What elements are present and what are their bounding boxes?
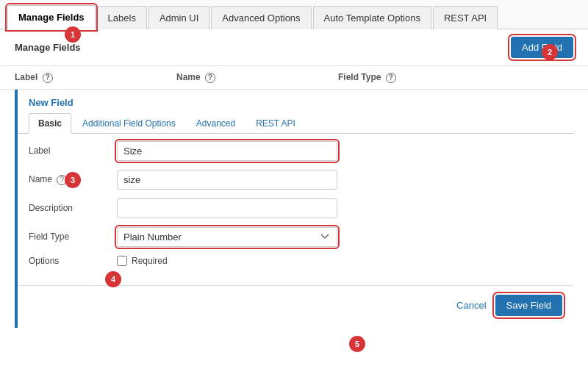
new-field-section: New Field Basic Additional Field Options… — [15, 90, 573, 328]
col-header-field-type: Field Type ? — [338, 72, 573, 83]
label-field-label: Label — [29, 146, 117, 156]
tab-auto-template-options[interactable]: Auto Template Options — [313, 6, 431, 29]
field-type-label: Field Type — [29, 231, 117, 242]
tab-manage-fields[interactable]: Manage Fields — [7, 5, 96, 29]
page-title: Manage Fields — [15, 42, 81, 53]
col-header-label: Label ? — [15, 72, 176, 83]
form-row-field-type: Field Type Plain Number Text Textarea Se… — [29, 227, 562, 247]
inner-tab-rest-api[interactable]: REST API — [246, 113, 305, 134]
new-field-label: New Field — [18, 90, 573, 112]
options-label: Options — [29, 256, 117, 266]
label-help-icon[interactable]: ? — [43, 73, 53, 83]
inner-tab-basic[interactable]: Basic — [29, 113, 71, 134]
top-tab-bar: Manage Fields Labels Admin UI Advanced O… — [0, 0, 588, 29]
add-field-button[interactable]: Add Field — [511, 37, 573, 58]
fields-table-header: Label ? Name ? Field Type ? — [0, 66, 588, 90]
name-field-label: Name ? — [29, 174, 117, 185]
tab-admin-ui[interactable]: Admin UI — [148, 6, 209, 29]
tab-advanced-options[interactable]: Advanced Options — [211, 6, 311, 29]
form-body: Label Name ? Description Field Type — [18, 134, 573, 282]
annotation-5: 5 — [349, 336, 365, 352]
name-help-icon[interactable]: ? — [205, 73, 215, 83]
description-field-input[interactable] — [117, 198, 337, 218]
required-checkbox-label: Required — [117, 256, 168, 266]
description-field-label: Description — [29, 203, 117, 213]
form-footer: Cancel Save Field — [18, 285, 573, 328]
form-row-options: Options Required — [29, 256, 562, 266]
required-label-text: Required — [132, 256, 168, 266]
name-field-help-icon[interactable]: ? — [57, 175, 67, 185]
inner-tab-bar: Basic Additional Field Options Advanced … — [18, 112, 573, 134]
tab-labels[interactable]: Labels — [97, 6, 147, 29]
form-row-name: Name ? — [29, 170, 562, 190]
cancel-link[interactable]: Cancel — [456, 300, 486, 311]
field-type-help-icon[interactable]: ? — [386, 73, 396, 83]
form-row-label: Label — [29, 141, 562, 161]
form-row-description: Description — [29, 198, 562, 218]
tab-rest-api-top[interactable]: REST API — [433, 6, 498, 29]
field-type-select[interactable]: Plain Number Text Textarea Select Checkb… — [117, 227, 337, 247]
page-wrapper: Manage Fields Labels Admin UI Advanced O… — [0, 0, 588, 377]
save-field-button[interactable]: Save Field — [495, 295, 562, 316]
field-type-select-wrapper: Plain Number Text Textarea Select Checkb… — [117, 227, 337, 247]
label-field-input[interactable] — [117, 141, 337, 161]
name-field-input[interactable] — [117, 170, 337, 190]
inner-tab-additional-field-options[interactable]: Additional Field Options — [73, 113, 185, 134]
col-header-name: Name ? — [176, 72, 338, 83]
page-header: Manage Fields Add Field — [0, 29, 588, 66]
inner-tab-advanced[interactable]: Advanced — [187, 113, 245, 134]
required-checkbox[interactable] — [117, 256, 127, 266]
